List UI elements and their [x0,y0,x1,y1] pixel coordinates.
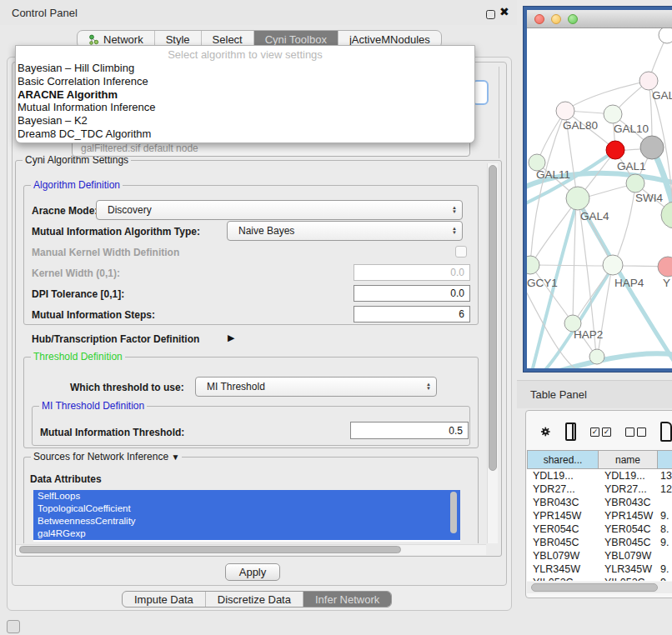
network-node[interactable] [589,349,604,364]
table-body: YDL19...YDL19...13YDR27...YDR27...12YBR0… [527,469,672,581]
table-cell: YBL079W [599,549,658,562]
column-header-clipped[interactable] [658,450,672,469]
zoom-traffic-light[interactable] [568,14,578,24]
settings-vertical-scroll-thumb[interactable] [489,165,497,471]
data-attributes-list: SelfLoopsTopologicalCoefficientBetweenne… [33,490,460,542]
attribute-item[interactable]: TopologicalCoefficient [33,502,460,515]
settings-gear-icon[interactable] [540,423,551,440]
table-cell: YBL079W [527,549,599,562]
network-node[interactable] [606,141,624,159]
kernel-width-label: Kernel Width (0,1): [32,268,120,279]
table-row[interactable]: YDR27...YDR27...12 [527,482,672,496]
tab-infer-network[interactable]: Infer Network [303,592,391,607]
algorithm-option[interactable]: Bayesian – Hill Climbing [16,62,474,75]
network-node[interactable] [527,256,539,274]
node-label: GAL4 [580,210,609,222]
mi-threshold-field[interactable] [350,422,469,439]
node-label: GAL10 [614,122,649,135]
mi-type-combo[interactable]: Naive Bayes ▲▼ [227,221,463,241]
mi-steps-field[interactable] [354,306,470,322]
table-cell: YIL052C [599,576,658,581]
attributes-list-scrollbar[interactable] [450,492,457,533]
node-label: GAL11 [536,168,570,181]
node-label: GCY1 [527,277,558,289]
table-row[interactable]: YDL19...YDL19...13 [527,469,672,482]
table-hscroll-thumb[interactable] [531,583,658,592]
node-label: HAP4 [614,277,644,289]
manual-kernel-checkbox[interactable] [455,246,467,258]
network-window-titlebar[interactable] [527,10,672,28]
collapse-arrow-icon[interactable]: ▼ [171,452,179,462]
table-cell: YLR345W [527,562,599,576]
network-node[interactable] [556,102,574,120]
dpi-tolerance-field[interactable] [354,285,470,302]
mi-type-label: Mutual Information Algorithm Type: [32,226,200,238]
threshold-definition-title: Threshold Definition [31,351,125,362]
close-panel-icon[interactable]: ✖ [499,5,509,18]
popup-placeholder: Select algorithm to view settings [16,48,474,62]
network-node[interactable] [566,187,589,210]
tab-impute-data[interactable]: Impute Data [123,592,205,607]
minimize-traffic-light[interactable] [551,14,561,24]
network-node[interactable] [626,174,644,192]
tab-network-label: Network [103,33,143,46]
table-cell: 9. [658,562,672,576]
aracne-mode-label: Aracne Mode: [32,205,98,217]
algorithm-option[interactable]: Dream8 DC_TDC Algorithm [16,128,474,141]
hub-section-label: Hub/Transcription Factor Definition [32,333,199,345]
export-table-icon[interactable] [660,422,672,442]
table-row[interactable]: YLR345WYLR345W9. [527,562,672,576]
table-row[interactable]: YBR045CYBR045C9. [527,536,672,549]
table-row[interactable]: YBR043CYBR043C [527,496,672,509]
expand-arrow-icon[interactable]: ▶ [228,332,234,343]
network-edge [532,265,611,266]
float-window-icon[interactable] [486,10,495,19]
table-row[interactable]: YBL079WYBL079W [527,549,672,562]
network-node[interactable] [658,257,672,277]
column-header-shared-name[interactable]: shared... [527,450,599,469]
table-cell: 13 [658,469,672,482]
algorithm-option[interactable]: Bayesian – K2 [16,114,474,128]
algorithm-option[interactable]: ARACNE Algorithm [16,88,474,102]
network-icon [88,34,99,45]
algorithm-option[interactable]: Mutual Information Inference [16,101,474,114]
network-node[interactable] [604,105,622,123]
split-columns-icon[interactable] [565,422,576,441]
table-cell: YPR145W [599,509,658,522]
group-border-fragment [499,67,499,158]
network-node[interactable] [639,72,658,90]
table-row[interactable]: YIL052CYIL052C9 [527,576,672,581]
combo-arrows-icon: ▲▼ [452,206,457,214]
table-row[interactable]: YPR145WYPR145W9. [527,509,672,522]
attribute-item[interactable]: gal4RGexp [33,528,460,540]
table-toolbar: ✓✓ [525,417,672,447]
network-node[interactable] [659,28,672,43]
table-row[interactable]: YER054CYER054C8. [527,522,672,536]
settings-horizontal-scroll-thumb[interactable] [19,546,401,553]
select-all-icon[interactable]: ✓✓ [590,428,611,437]
dock-mini-button[interactable] [7,620,20,633]
algorithm-option[interactable]: Basic Correlation Inference [16,75,474,88]
network-edge [567,81,649,109]
cyni-bottom-tabs: Impute Data Discretize Data Infer Networ… [122,591,392,608]
which-threshold-combo[interactable]: MI Threshold ▲▼ [195,377,437,397]
control-panel-title: Control Panel [12,7,78,19]
network-canvas[interactable]: GALGAL80GAL10GAL11GAL1GAL4SWI4GCY1HAP4YH… [527,28,672,368]
close-traffic-light[interactable] [534,14,544,24]
apply-button[interactable]: Apply [225,563,280,581]
network-node[interactable] [603,255,623,275]
tab-discretize-data[interactable]: Discretize Data [205,592,303,607]
network-node[interactable] [640,136,664,159]
table-cell: YLR345W [599,562,658,576]
column-header-name[interactable]: name [599,450,658,469]
mi-threshold-title: MI Threshold Definition [39,400,147,412]
aracne-mode-combo[interactable]: Discovery ▲▼ [96,200,463,220]
table-cell: YBR043C [527,496,599,509]
table-cell: YPR145W [527,509,599,522]
node-label: GAL1 [617,160,646,172]
table-cell: 9 [658,576,672,581]
attribute-item[interactable]: SelfLoops [33,490,460,502]
attribute-item[interactable]: BetweennessCentrality [33,515,460,528]
deselect-all-icon[interactable] [625,428,646,437]
kernel-width-field[interactable] [354,264,470,281]
